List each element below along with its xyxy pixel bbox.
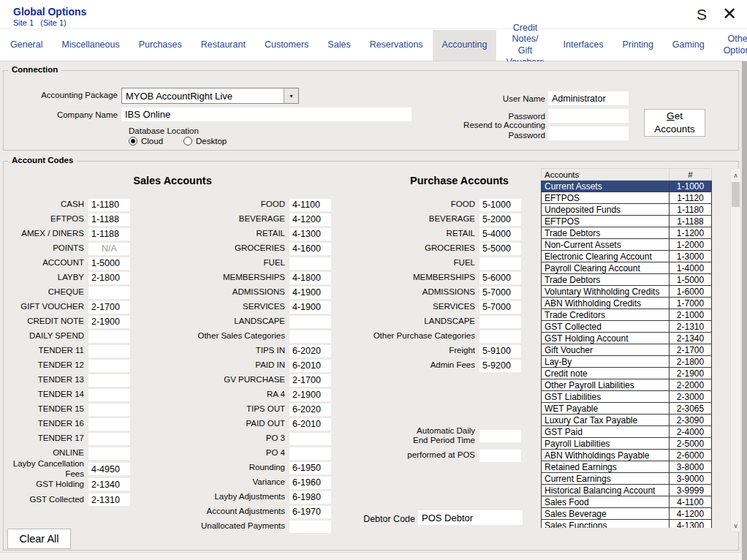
field-input[interactable]: 6-2020 [289, 345, 331, 357]
field-input[interactable]: 2-1310 [88, 493, 130, 506]
field-input[interactable] [88, 345, 130, 357]
field-input[interactable]: 5-6000 [479, 272, 521, 284]
Current Assets[interactable]: Current Assets 1-1000 [542, 181, 711, 192]
field-input[interactable]: 2-1700 [88, 301, 130, 314]
field-input[interactable]: 6-2010 [289, 360, 331, 372]
tab-purchases[interactable]: Purchases [129, 30, 192, 61]
field-input[interactable] [479, 430, 521, 442]
field-input[interactable]: 4-1300 [289, 228, 331, 241]
get-accounts-button[interactable]: Get Accounts [644, 109, 705, 137]
field-input[interactable]: 6-1960 [289, 477, 331, 489]
resend-password-input[interactable] [548, 126, 629, 140]
field-input[interactable]: 2-1900 [289, 389, 331, 401]
Payroll Clearing Account[interactable]: Payroll Clearing Account 1-4000 [542, 262, 711, 274]
field-input[interactable]: 5-7000 [479, 301, 521, 314]
field-input[interactable]: 1-1188 [88, 228, 130, 241]
field-input[interactable] [479, 257, 521, 270]
field-input[interactable] [88, 360, 130, 372]
tab-interfaces[interactable]: Interfaces [554, 30, 613, 61]
Voluntary Withholding Credits[interactable]: Voluntary Withholding Credits 1-6000 [542, 286, 711, 298]
field-input[interactable]: 5-7000 [479, 287, 521, 299]
field-input[interactable]: 5-4000 [479, 228, 521, 241]
Electronic Clearing Account[interactable]: Electronic Clearing Account 1-3000 [542, 251, 711, 262]
field-input[interactable]: 4-1900 [289, 301, 331, 314]
tab-customers[interactable]: Customers [255, 30, 318, 61]
field-input[interactable] [88, 433, 130, 445]
field-input[interactable]: 2-1900 [88, 316, 130, 328]
field-input[interactable] [289, 447, 331, 460]
field-input[interactable] [479, 330, 521, 343]
field-input[interactable]: 1-1180 [88, 199, 130, 211]
password-input[interactable] [548, 109, 629, 123]
field-input[interactable] [88, 447, 130, 460]
tab-restaurant[interactable]: Restaurant [192, 30, 255, 61]
field-input[interactable]: 4-1200 [289, 213, 331, 226]
field-input[interactable]: 1-1188 [88, 213, 130, 226]
field-input[interactable]: 5-1000 [479, 199, 521, 211]
field-input[interactable]: 6-1950 [289, 462, 331, 474]
Trade Debtors[interactable]: Trade Debtors 1-1200 [542, 227, 711, 239]
ABN Withholding Credits[interactable]: ABN Withholding Credits 1-7000 [542, 298, 711, 309]
Credit note[interactable]: Credit note 2-1900 [542, 368, 711, 379]
field-input[interactable] [289, 330, 331, 343]
Luxury Car Tax Payable[interactable]: Luxury Car Tax Payable 2-3090 [542, 415, 711, 426]
Gift Voucher[interactable]: Gift Voucher 2-1700 [542, 344, 711, 356]
field-input[interactable]: 5-9100 [479, 345, 521, 357]
tab-other-options[interactable]: Other Options [714, 30, 747, 61]
Current Earnings[interactable]: Current Earnings 3-9000 [542, 473, 711, 485]
Historical Balancing Account[interactable]: Historical Balancing Account 3-9999 [542, 485, 711, 496]
tab-credit-notes-gift-vouchers[interactable]: Credit Notes/ Gift Vouchers [496, 30, 553, 61]
scroll-down-icon[interactable]: ∨ [731, 520, 740, 531]
Sales Beverage[interactable]: Sales Beverage 4-1200 [542, 508, 711, 520]
clear-all-button[interactable]: Clear All [7, 529, 71, 549]
radio-desktop[interactable]: Desktop [183, 137, 227, 145]
Lay-By[interactable]: Lay-By 2-1800 [542, 356, 711, 368]
GST Liabilities[interactable]: GST Liabilities 2-3000 [542, 391, 711, 403]
field-input[interactable] [289, 316, 331, 328]
ABN Withholdings Payable[interactable]: ABN Withholdings Payable 2-6000 [542, 450, 711, 461]
field-input[interactable] [88, 418, 130, 431]
field-input[interactable]: 4-1800 [289, 272, 331, 284]
field-input[interactable]: 4-1600 [289, 243, 331, 255]
field-input[interactable]: 6-1980 [289, 491, 331, 504]
tab-reservations[interactable]: Reservations [360, 30, 433, 61]
field-input[interactable]: 2-1700 [289, 374, 331, 387]
field-input[interactable]: 4-4950 [88, 463, 130, 475]
Trade Creditors[interactable]: Trade Creditors 2-1000 [542, 309, 711, 321]
field-input[interactable] [88, 374, 130, 387]
field-input[interactable] [479, 450, 521, 462]
field-input[interactable] [88, 330, 130, 343]
Payroll Liabilities[interactable]: Payroll Liabilities 2-5000 [542, 438, 711, 450]
field-input[interactable] [289, 257, 331, 270]
user-name-input[interactable]: Administrator [548, 91, 629, 105]
scrollbar-thumb[interactable] [732, 182, 740, 207]
field-input[interactable]: 5-9200 [479, 360, 521, 372]
field-input[interactable]: 6-2020 [289, 404, 331, 416]
GST Collected[interactable]: GST Collected 2-1310 [542, 321, 711, 333]
s-button[interactable]: S [691, 4, 712, 26]
close-icon[interactable]: ✕ [718, 2, 741, 26]
radio-cloud[interactable]: Cloud [129, 137, 163, 145]
field-input[interactable] [88, 389, 130, 401]
Non-Current Assets[interactable]: Non-Current Assets 1-2000 [542, 239, 711, 251]
Retained Earnings[interactable]: Retained Earnings 3-8000 [542, 461, 711, 473]
Sales Functions[interactable]: Sales Functions 4-1300 [542, 520, 711, 528]
field-input[interactable]: 1-5000 [88, 257, 130, 270]
field-input[interactable]: N/A [88, 243, 130, 255]
field-input[interactable] [289, 433, 331, 445]
tab-miscellaneous[interactable]: Miscellaneous [52, 30, 129, 61]
tab-printing[interactable]: Printing [613, 30, 662, 61]
field-input[interactable]: 5-5000 [479, 243, 521, 255]
field-input[interactable]: 2-1800 [88, 272, 130, 284]
EFTPOS[interactable]: EFTPOS 1-1120 [542, 192, 711, 204]
chevron-down-icon[interactable]: ▼ [284, 88, 298, 103]
scroll-up-icon[interactable]: ∧ [731, 170, 740, 181]
field-input[interactable]: 2-1340 [88, 478, 130, 491]
Other Payroll Liabilities[interactable]: Other Payroll Liabilities 2-2000 [542, 379, 711, 391]
EFTPOS[interactable]: EFTPOS 1-1188 [542, 216, 711, 227]
field-input[interactable]: 4-1100 [289, 199, 331, 211]
debtor-code-input[interactable]: POS Debtor [418, 510, 523, 525]
tab-gaming[interactable]: Gaming [663, 30, 714, 61]
field-input[interactable]: 4-1900 [289, 287, 331, 299]
tab-accounting[interactable]: Accounting [433, 30, 497, 61]
